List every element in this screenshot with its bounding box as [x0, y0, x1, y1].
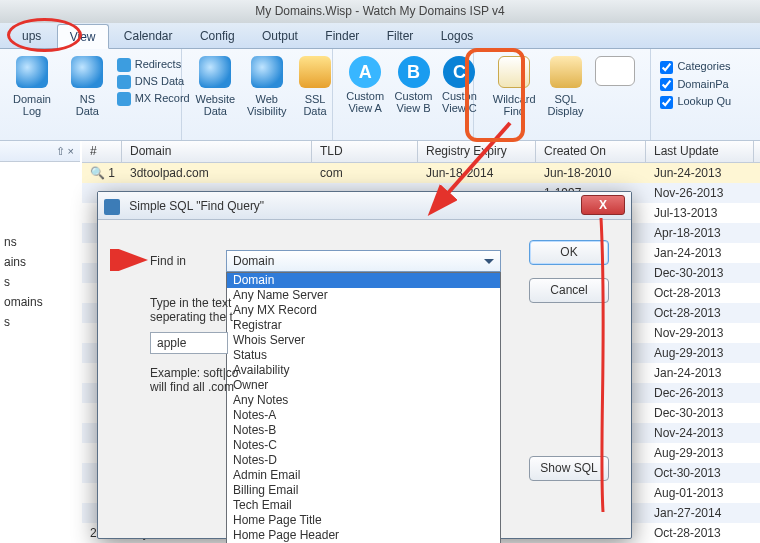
dns-data-button[interactable]: DNS Data — [117, 73, 185, 90]
col-num[interactable]: # — [82, 141, 122, 162]
findin-label: Find in — [150, 254, 186, 268]
col-domain[interactable]: Domain — [122, 141, 312, 162]
cell: Dec-30-2013 — [646, 263, 754, 283]
side-item[interactable]: s — [0, 275, 55, 295]
tab-finder[interactable]: Finder — [313, 24, 371, 49]
dropdown-item[interactable]: Billing Email — [227, 483, 500, 498]
dropdown-item[interactable]: Owner — [227, 378, 500, 393]
cell: Jan-24-2013 — [646, 363, 754, 383]
side-category-list: ns ains s omains s — [0, 235, 55, 335]
redirects-button[interactable]: Redirects — [117, 56, 185, 73]
custom-view-b-button[interactable]: Custom View B — [391, 52, 436, 114]
tab-config[interactable]: Config — [188, 24, 247, 49]
checkbox-icon[interactable] — [660, 78, 673, 91]
dropdown-item[interactable]: Admin Email — [227, 468, 500, 483]
col-expiry[interactable]: Registry Expiry — [418, 141, 536, 162]
website-data-button[interactable]: Website Data — [191, 52, 239, 117]
cell: Apr-18-2013 — [646, 223, 754, 243]
cell: Aug-29-2013 — [646, 443, 754, 463]
cell: Jun-18-2014 — [418, 163, 536, 183]
tab-filter[interactable]: Filter — [375, 24, 426, 49]
dropdown-item[interactable]: Notes-D — [227, 453, 500, 468]
wildcard-find-icon — [498, 56, 530, 88]
side-item[interactable]: s — [0, 315, 55, 335]
sql-display-icon — [550, 56, 582, 88]
lookupqueue-toggle[interactable]: Lookup Qu — [660, 93, 731, 111]
dropdown-item[interactable]: Tech Email — [227, 498, 500, 513]
categories-toggle[interactable]: Categories — [660, 58, 731, 76]
dropdown-item[interactable]: Any Name Server — [227, 288, 500, 303]
checkbox-icon[interactable] — [660, 96, 673, 109]
custom-view-a-button[interactable]: Custom View A — [343, 52, 388, 114]
group-label-site: Site Related — [185, 140, 333, 141]
domainpanel-toggle[interactable]: DomainPa — [660, 76, 731, 94]
dropdown-item[interactable]: Notes-B — [227, 423, 500, 438]
cell: Oct-28-2013 — [646, 523, 754, 543]
keyboard-icon — [595, 56, 635, 86]
ribbon: Domain Log NS Data Redirects DNS Data MX… — [0, 49, 760, 141]
ok-button[interactable]: OK — [529, 240, 609, 265]
tab-output[interactable]: Output — [250, 24, 310, 49]
findin-dropdown[interactable]: Domain DomainAny Name ServerAny MX Recor… — [226, 250, 501, 272]
dropdown-item[interactable]: Any Notes — [227, 393, 500, 408]
side-pane-header: ⇧ × — [0, 141, 80, 162]
dialog-body: Find in Domain DomainAny Name ServerAny … — [98, 220, 631, 538]
mx-icon — [117, 92, 131, 106]
ns-data-button[interactable]: NS Data — [61, 52, 113, 117]
dropdown-item[interactable]: Status — [227, 348, 500, 363]
col-created[interactable]: Created On — [536, 141, 646, 162]
app-icon — [104, 199, 120, 215]
cell: Jun-18-2010 — [536, 163, 646, 183]
dropdown-item[interactable]: Home Page Header — [227, 528, 500, 543]
dropdown-item[interactable]: Registrar — [227, 318, 500, 333]
dropdown-item[interactable]: Notes-C — [227, 438, 500, 453]
show-sql-button[interactable]: Show SQL — [529, 456, 609, 481]
ssl-data-button[interactable]: SSL Data — [294, 52, 336, 117]
cancel-button[interactable]: Cancel — [529, 278, 609, 303]
dialog-titlebar[interactable]: Simple SQL "Find Query" X — [98, 192, 631, 220]
tab-groups-partial[interactable]: ups — [10, 24, 53, 49]
cell: com — [312, 163, 418, 183]
custom-view-c-button[interactable]: Custon View C — [439, 52, 479, 114]
dropdown-list[interactable]: DomainAny Name ServerAny MX RecordRegist… — [226, 272, 501, 543]
sql-display-button[interactable]: SQL Display — [544, 52, 588, 117]
web-visibility-button[interactable]: Web Visibility — [243, 52, 291, 117]
dropdown-item[interactable]: Any MX Record — [227, 303, 500, 318]
col-tld[interactable]: TLD — [312, 141, 418, 162]
dropdown-item[interactable]: Notes-A — [227, 408, 500, 423]
group-label-panes: Panes — [654, 140, 760, 141]
hint-text-1: Type in the textseperating the t — [150, 296, 233, 324]
dropdown-item[interactable]: Availability — [227, 363, 500, 378]
cell: Aug-29-2013 — [646, 343, 754, 363]
keyboard-button[interactable] — [591, 52, 639, 89]
letter-c-icon — [443, 56, 475, 88]
globe-icon — [71, 56, 103, 88]
dropdown-selected[interactable]: Domain — [226, 250, 501, 272]
cell: Nov-24-2013 — [646, 423, 754, 443]
dropdown-item[interactable]: Whois Server — [227, 333, 500, 348]
dns-icon — [117, 75, 131, 89]
dialog-title-text: Simple SQL "Find Query" — [129, 199, 264, 213]
wildcard-find-button[interactable]: Wildcard Find — [488, 52, 540, 117]
find-query-dialog: Simple SQL "Find Query" X Find in Domain… — [97, 191, 632, 539]
tab-logos[interactable]: Logos — [429, 24, 486, 49]
tab-calendar[interactable]: Calendar — [112, 24, 185, 49]
checkbox-icon[interactable] — [660, 61, 673, 74]
redirect-icon — [117, 58, 131, 72]
close-button[interactable]: X — [581, 195, 625, 215]
tab-strip: ups View Calendar Config Output Finder F… — [0, 23, 760, 49]
side-item[interactable]: omains — [0, 295, 55, 315]
search-input[interactable]: apple — [150, 332, 228, 354]
ssl-icon — [299, 56, 331, 88]
cell: Oct-30-2013 — [646, 463, 754, 483]
domain-log-button[interactable]: Domain Log — [6, 52, 58, 117]
dropdown-item[interactable]: Domain — [227, 273, 500, 288]
cell: 3dtoolpad.com — [122, 163, 312, 183]
tab-view[interactable]: View — [57, 24, 109, 49]
col-updated[interactable]: Last Update — [646, 141, 754, 162]
dropdown-item[interactable]: Home Page Title — [227, 513, 500, 528]
side-item[interactable]: ns — [0, 235, 55, 255]
table-row[interactable]: 🔍 13dtoolpad.comcomJun-18-2014Jun-18-201… — [82, 163, 760, 183]
mx-record-button[interactable]: MX Record — [117, 90, 185, 107]
side-item[interactable]: ains — [0, 255, 55, 275]
